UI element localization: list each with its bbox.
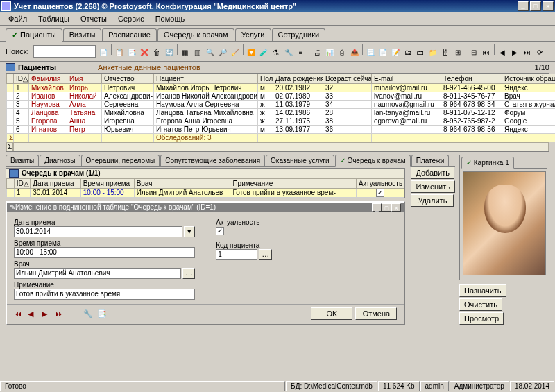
subtab-5[interactable]: Очередь к врачам: [335, 155, 411, 167]
doctor-lookup-button[interactable]: …: [182, 268, 195, 279]
code-lookup-button[interactable]: …: [259, 249, 272, 260]
subtab-6[interactable]: Платежи: [411, 155, 450, 166]
toolbar-btn-31[interactable]: ▶: [509, 46, 521, 59]
удалить-button[interactable]: Удалить: [411, 194, 454, 207]
toolbar-btn-15[interactable]: ≡: [295, 46, 307, 59]
cancel-button[interactable]: Отмена: [355, 307, 397, 320]
date-input[interactable]: [14, 226, 182, 237]
toolbar-btn-29[interactable]: ⏮: [480, 46, 493, 59]
tool2-icon[interactable]: 📑: [97, 309, 107, 319]
table-row[interactable]: 1МихайловИгорьПетровичМихайлов Игорь Пет…: [7, 83, 556, 92]
toolbar-btn-1[interactable]: 📋: [113, 46, 126, 59]
toolbar-btn-2[interactable]: 📑: [126, 46, 138, 59]
toolbar-btn-16[interactable]: 🖨: [311, 46, 323, 59]
date-picker-button[interactable]: ▾: [184, 226, 195, 237]
toolbar-btn-22[interactable]: 📝: [389, 46, 402, 59]
toolbar-btn-30[interactable]: ◀: [496, 46, 509, 59]
просмотр-button[interactable]: Просмотр: [459, 312, 504, 325]
tool-icon[interactable]: 🔧: [83, 309, 93, 319]
minimize-button[interactable]: _: [518, 1, 529, 11]
toolbar-btn-8[interactable]: 🔍: [204, 46, 216, 59]
maximize-button[interactable]: □: [530, 1, 541, 11]
nav-first-icon[interactable]: ⏮: [14, 309, 24, 319]
doctor-input[interactable]: [14, 268, 181, 279]
toolbar-btn-27[interactable]: ⊞: [452, 46, 464, 59]
nav-prev-icon[interactable]: ◀: [28, 309, 37, 319]
dialog-close-button[interactable]: ×: [391, 203, 401, 212]
toolbar-btn-6[interactable]: ▦: [179, 46, 191, 59]
tab-3[interactable]: Очередь к врачам: [157, 28, 234, 41]
tab-4[interactable]: Услуги: [235, 28, 271, 41]
app-icon: [1, 1, 11, 11]
menu-сервис[interactable]: Сервис: [112, 13, 150, 24]
table-row[interactable]: 5ЕгороваАннаИгоревнаЕгорова Анна Игоревн…: [7, 117, 556, 125]
nav-next-icon[interactable]: ▶: [42, 309, 51, 319]
toolbar-btn-25[interactable]: 📁: [427, 46, 439, 59]
toolbar-btn-11[interactable]: 🔽: [245, 46, 257, 59]
toolbar-btn-13[interactable]: ⚗: [270, 46, 282, 59]
close-button[interactable]: ×: [543, 1, 554, 11]
note-input[interactable]: [14, 289, 195, 300]
patients-grid[interactable]: ID△ФамилияИмяОтчествоПациентПолДата рожд…: [6, 73, 549, 152]
toolbar-btn-0[interactable]: 📄: [97, 46, 110, 59]
menu-помощь[interactable]: Помощь: [150, 13, 191, 24]
toolbar-btn-23[interactable]: 🗂: [402, 46, 414, 59]
очистить-button[interactable]: Очистить: [459, 298, 502, 311]
toolbar-btn-14[interactable]: 🔧: [282, 46, 295, 59]
toolbar-btn-32[interactable]: ⏭: [521, 46, 533, 59]
table-row[interactable]: 130.01.201410:00 - 15:00Ильин Дмитрий Ан…: [7, 188, 404, 197]
tab-5[interactable]: Сотрудники: [272, 28, 326, 41]
table-row[interactable]: 4ЛанцоваТатьянаМихайловнаЛанцова Татьяна…: [7, 108, 556, 117]
назначить-button[interactable]: Назначить: [459, 284, 506, 297]
dialog-max-button[interactable]: □: [382, 203, 391, 212]
dialog-min-button[interactable]: _: [372, 203, 382, 212]
subtab-2[interactable]: Операции, переломы: [81, 155, 160, 166]
toolbar-btn-12[interactable]: 🧪: [257, 46, 270, 59]
toolbar-btn-9[interactable]: 🔎: [216, 46, 229, 59]
status-date: 18.02.2014: [510, 381, 554, 391]
tab-0[interactable]: Пациенты: [6, 28, 62, 42]
menu-файл[interactable]: Файл: [3, 13, 33, 24]
ok-button[interactable]: OK: [311, 307, 352, 320]
menu-bar: ФайлТаблицыОтчетыСервисПомощь: [0, 12, 555, 26]
window-titlebar: Учет пациентов (2.268) © Prostoysoft. Ко…: [0, 0, 555, 12]
photo-tab[interactable]: Картинка 1: [461, 157, 514, 169]
menu-таблицы[interactable]: Таблицы: [33, 13, 75, 24]
menu-отчеты[interactable]: Отчеты: [75, 13, 112, 24]
toolbar-btn-19[interactable]: 📤: [348, 46, 361, 59]
table-row[interactable]: 3НаумоваАллаСергеевнаНаумова Алла Сергее…: [7, 100, 556, 108]
table-icon: [6, 63, 15, 71]
tab-1[interactable]: Визиты: [63, 28, 102, 41]
search-input[interactable]: [33, 45, 96, 58]
toolbar-btn-10[interactable]: 🧹: [229, 46, 241, 59]
subtab-0[interactable]: Визиты: [6, 155, 39, 166]
добавить-button[interactable]: Добавить: [411, 167, 454, 179]
nav-last-icon[interactable]: ⏭: [56, 309, 65, 319]
subtab-3[interactable]: Сопутствующие заболевания: [160, 155, 265, 166]
toolbar-btn-3[interactable]: ❌: [138, 46, 151, 59]
table-row[interactable]: 6ИгнатовПетрЮрьевичИгнатов Петр Юрьевичм…: [7, 125, 556, 133]
actual-label: Актуальность: [216, 219, 397, 226]
status-user: admin: [420, 381, 449, 391]
toolbar-btn-17[interactable]: 📊: [323, 46, 336, 59]
queue-grid[interactable]: Очередь к врачам (1/1) ID△Дата приемаВре…: [6, 168, 405, 198]
toolbar-btn-21[interactable]: 📄: [377, 46, 389, 59]
toolbar-btn-24[interactable]: 🗃: [414, 46, 427, 59]
toolbar-btn-28[interactable]: ⊟: [468, 46, 480, 59]
toolbar-btn-18[interactable]: ⎙: [336, 46, 348, 59]
toolbar-btn-7[interactable]: ▥: [191, 46, 204, 59]
toolbar-btn-4[interactable]: 🗑: [151, 46, 163, 59]
subtab-1[interactable]: Диагнозы: [40, 155, 80, 166]
table-row[interactable]: 2ИвановНиколайАлександровичИванов Никола…: [7, 92, 556, 100]
actual-checkbox[interactable]: ✓: [216, 227, 224, 235]
toolbar-btn-26[interactable]: 🗄: [439, 46, 452, 59]
toolbar-btn-33[interactable]: ⟳: [533, 46, 546, 59]
subtab-4[interactable]: Оказанные услуги: [266, 155, 334, 166]
time-input[interactable]: [14, 247, 195, 258]
note-label: Примечание: [14, 281, 195, 289]
изменить-button[interactable]: Изменить: [411, 180, 455, 193]
toolbar-btn-20[interactable]: 📃: [364, 46, 377, 59]
toolbar-btn-5[interactable]: 🔄: [163, 46, 176, 59]
code-input[interactable]: [216, 249, 257, 260]
tab-2[interactable]: Расписание: [102, 28, 157, 41]
